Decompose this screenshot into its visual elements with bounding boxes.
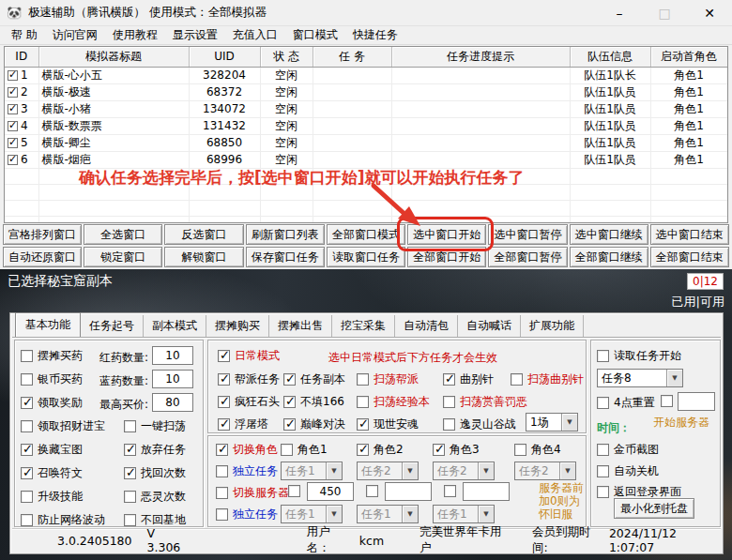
role3-checkbox[interactable] <box>433 444 445 456</box>
task-combo-r2c3[interactable]: 任务1▼ <box>433 505 495 523</box>
row-checkbox[interactable] <box>8 121 18 131</box>
server3-checkbox[interactable] <box>444 485 456 497</box>
task-combo-r1c3[interactable]: 任务2▼ <box>433 462 495 480</box>
tab-auto-shout[interactable]: 自动喊话 <box>458 315 521 338</box>
tab-extended[interactable]: 扩展功能 <box>521 315 584 338</box>
tab-dungeon-mode[interactable]: 副本模式 <box>144 315 206 338</box>
menu-quick-task[interactable]: 快捷任务 <box>345 25 405 45</box>
select-all-button[interactable]: 全选窗口 <box>84 224 162 245</box>
claim-reward-checkbox[interactable] <box>21 397 33 409</box>
menu-official-site[interactable]: 访问官网 <box>45 25 105 45</box>
col-progress[interactable]: 任务进度提示 <box>391 47 570 67</box>
chevron-down-icon[interactable]: ▼ <box>478 506 494 522</box>
save-task-button[interactable]: 保存窗口任务 <box>246 247 325 267</box>
chevron-down-icon[interactable]: ▼ <box>666 370 682 386</box>
role4-checkbox[interactable] <box>514 444 526 456</box>
tab-task-account[interactable]: 任务起号 <box>81 315 144 338</box>
start-server-checkbox[interactable] <box>661 395 673 407</box>
unlock-window-button[interactable]: 解锁窗口 <box>164 247 243 267</box>
col-status[interactable]: 状 态 <box>260 47 313 67</box>
read-task-button[interactable]: 读取窗口任务 <box>327 247 405 267</box>
task-combo-r1c1[interactable]: 任务1▼ <box>281 462 343 480</box>
row-checkbox[interactable] <box>8 70 18 81</box>
task-combo-r2c1[interactable]: 任务1▼ <box>281 505 343 523</box>
all-resume-button[interactable]: 全部窗口继续 <box>570 247 648 267</box>
role2-checkbox[interactable] <box>357 444 369 456</box>
close-button[interactable]: ✕ <box>687 0 732 25</box>
server2-checkbox[interactable] <box>366 485 378 497</box>
abandon-task-checkbox[interactable] <box>124 444 136 456</box>
col-uid[interactable]: UID <box>189 47 260 67</box>
selected-pause-button[interactable]: 选中窗口暂停 <box>488 224 567 245</box>
grid-arrange-button[interactable]: 宫格排列窗口 <box>3 224 82 245</box>
selected-resume-button[interactable]: 选中窗口继续 <box>570 224 648 245</box>
reset-4am-checkbox[interactable] <box>597 397 609 409</box>
tab-stall-sell[interactable]: 摆摊出售 <box>269 315 332 338</box>
menu-recharge[interactable]: 充值入口 <box>225 25 285 45</box>
row-checkbox[interactable] <box>8 155 18 165</box>
exchange-map-checkbox[interactable] <box>21 444 33 456</box>
retrieve-count-checkbox[interactable] <box>124 467 136 479</box>
prevent-jitter-checkbox[interactable] <box>21 514 33 526</box>
col-id[interactable]: ID <box>5 47 38 67</box>
invert-select-button[interactable]: 反选窗口 <box>164 224 243 245</box>
gold-screenshot-checkbox[interactable] <box>597 444 609 456</box>
back-login-checkbox[interactable] <box>597 486 609 498</box>
tab-auto-clean-bag[interactable]: 自动清包 <box>395 315 458 338</box>
table-row[interactable]: 3 横版-小猪 134072 空闲 队伍1队员 角色1 <box>5 100 727 117</box>
task-combo-r1c4[interactable]: 任务2▼ <box>514 462 576 480</box>
one-key-sweep-checkbox[interactable] <box>124 420 136 432</box>
start-server-input[interactable] <box>678 392 715 411</box>
tab-stall-buy[interactable]: 摆摊购买 <box>206 315 269 338</box>
auto-restore-button[interactable]: 自动还原窗口 <box>3 247 82 267</box>
chevron-down-icon[interactable]: ▼ <box>559 462 575 479</box>
tab-treasure-collect[interactable]: 挖宝采集 <box>332 315 395 338</box>
independent-task2-checkbox[interactable] <box>216 508 228 521</box>
tab-basic-functions[interactable]: 基本功能 <box>15 312 81 339</box>
table-row[interactable]: 5 横版-卿尘 68850 空闲 队伍1队员 角色1 <box>5 134 727 151</box>
evil-spirit-checkbox[interactable] <box>124 491 136 503</box>
stall-buy-potion-checkbox[interactable] <box>21 350 33 362</box>
blue-potion-count-input[interactable] <box>152 370 193 388</box>
chevron-down-icon[interactable]: ▼ <box>326 506 342 522</box>
auto-shutdown-checkbox[interactable] <box>597 465 609 477</box>
col-first-role[interactable]: 启动首角色 <box>650 47 727 67</box>
gang-task-checkbox[interactable] <box>218 373 230 386</box>
switch-server-checkbox[interactable] <box>216 487 228 499</box>
row-checkbox[interactable] <box>8 87 18 98</box>
table-row[interactable]: 4 横版-数票票 131432 空闲 队伍1队员 角色1 <box>5 117 727 134</box>
task8-combo[interactable]: 任务8 ▼ <box>597 369 683 387</box>
maximize-button[interactable]: □ <box>642 0 687 25</box>
daily-mode-checkbox[interactable] <box>218 350 230 362</box>
task-dungeon-checkbox[interactable] <box>283 373 296 386</box>
sweep-shanshan-checkbox[interactable] <box>443 396 455 408</box>
menu-display-settings[interactable]: 显示设置 <box>165 25 225 45</box>
table-row[interactable]: 1 横版-心小五 328204 空闲 队伍1队长 角色1 <box>5 67 727 83</box>
sweep-paperclip-checkbox[interactable] <box>511 373 523 386</box>
menu-help[interactable]: 帮 助 <box>4 25 45 45</box>
chevron-down-icon[interactable]: ▼ <box>478 462 494 479</box>
chevron-down-icon[interactable]: ▼ <box>402 506 418 522</box>
sweep-exp-checkbox[interactable] <box>357 396 369 408</box>
server2-input[interactable] <box>385 482 432 501</box>
role1-checkbox[interactable] <box>281 444 293 456</box>
no-return-base-checkbox[interactable] <box>124 514 136 526</box>
read-task-start-checkbox[interactable] <box>597 350 609 362</box>
chevron-down-icon[interactable]: ▼ <box>326 462 342 479</box>
max-buy-price-input[interactable] <box>152 393 193 412</box>
no-fill-166-checkbox[interactable] <box>283 396 296 408</box>
server1-input[interactable] <box>307 482 354 501</box>
col-task[interactable]: 任 务 <box>313 47 391 67</box>
all-pause-button[interactable]: 全部窗口暂停 <box>488 247 567 267</box>
sweep-gang-checkbox[interactable] <box>357 373 369 386</box>
futu-tower-checkbox[interactable] <box>218 418 230 431</box>
paperclip-checkbox[interactable] <box>443 373 455 386</box>
summon-rune-checkbox[interactable] <box>21 467 33 479</box>
row-checkbox[interactable] <box>8 104 18 114</box>
col-team[interactable]: 队伍信息 <box>570 47 650 67</box>
task-combo-r2c2[interactable]: 任务1▼ <box>357 505 419 523</box>
server1-checkbox[interactable] <box>288 485 300 497</box>
silver-buy-potion-checkbox[interactable] <box>21 373 33 386</box>
xianshi-anhun-checkbox[interactable] <box>357 418 369 431</box>
lock-window-button[interactable]: 锁定窗口 <box>84 247 162 267</box>
